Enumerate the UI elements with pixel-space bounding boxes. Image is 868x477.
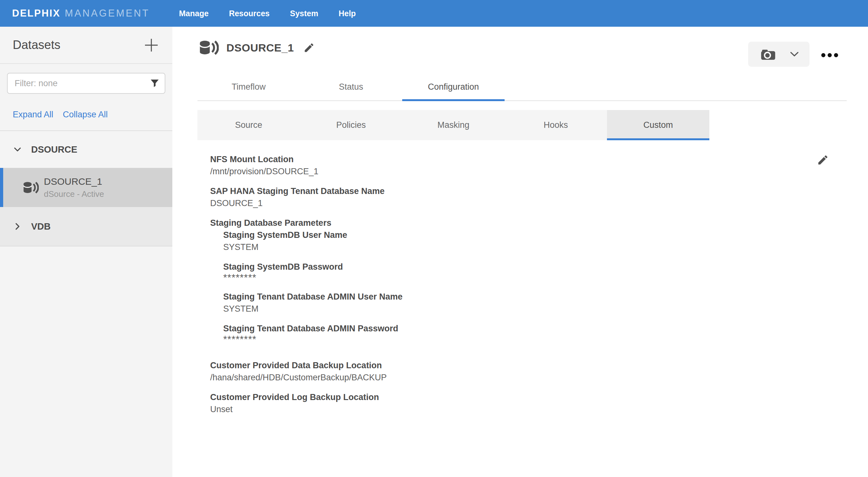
delphix-management-app: DELPHIX MANAGEMENT Manage Resources Syst…: [0, 0, 868, 477]
field-value: /hana/shared/HDB/CustomerBackup/BACKUP: [210, 371, 655, 384]
field-value: SYSTEM: [223, 303, 655, 315]
tree-group-vdb[interactable]: VDB: [0, 207, 172, 246]
dataset-header: DSOURCE_1: [199, 39, 315, 56]
page-title: DSOURCE_1: [226, 42, 294, 54]
field-label: SAP HANA Staging Tenant Database Name: [210, 185, 655, 197]
field-value: SYSTEM: [223, 241, 655, 253]
filter-funnel-icon[interactable]: [150, 79, 159, 87]
add-dataset-button[interactable]: [143, 37, 160, 53]
config-field-nfs-mount: NFS Mount Location /mnt/provision/DSOURC…: [210, 153, 655, 177]
tree-expand-controls: Expand All Collapse All: [13, 110, 172, 120]
subtab-source[interactable]: Source: [197, 110, 300, 140]
field-value-masked: ********: [223, 273, 655, 283]
pencil-icon: [303, 42, 315, 53]
ellipsis-icon: [821, 53, 826, 57]
config-field-systemdb-user: Staging SystemDB User Name SYSTEM: [223, 229, 655, 253]
field-label: Staging Tenant Database ADMIN Password: [223, 323, 655, 334]
field-label: Staging SystemDB Password: [223, 261, 655, 273]
config-field-data-backup-location: Customer Provided Data Backup Location /…: [210, 359, 655, 384]
sidebar-header: Datasets: [0, 27, 172, 64]
tab-status[interactable]: Status: [300, 74, 402, 100]
menu-resources[interactable]: Resources: [229, 9, 270, 18]
brand-secondary: MANAGEMENT: [65, 8, 150, 19]
subtab-hooks[interactable]: Hooks: [504, 110, 607, 140]
plus-icon: [143, 37, 160, 53]
dsource-icon: [199, 39, 219, 56]
field-value: DSOURCE_1: [210, 197, 655, 209]
field-value: Unset: [210, 403, 655, 415]
field-label: Customer Provided Log Backup Location: [210, 391, 655, 403]
snapshot-button[interactable]: [748, 42, 809, 67]
custom-configuration-panel: NFS Mount Location /mnt/provision/DSOURC…: [210, 153, 655, 423]
config-field-systemdb-password: Staging SystemDB Password ********: [223, 261, 655, 283]
field-label: NFS Mount Location: [210, 153, 655, 166]
delphix-logo: DELPHIX MANAGEMENT: [12, 8, 150, 19]
ellipsis-icon: [834, 53, 838, 57]
tree-group-dsource[interactable]: DSOURCE: [0, 130, 172, 168]
menu-help[interactable]: Help: [339, 9, 356, 18]
tree-group-label: VDB: [31, 221, 51, 232]
chevron-down-icon: [790, 52, 799, 57]
main-panel: DSOURCE_1 Timeflow Status: [172, 27, 868, 477]
subtab-masking[interactable]: Masking: [402, 110, 504, 140]
expand-all-link[interactable]: Expand All: [13, 110, 54, 120]
chevron-down-icon[interactable]: [13, 145, 22, 154]
field-label: Customer Provided Data Backup Location: [210, 359, 655, 371]
rename-dataset-button[interactable]: [303, 42, 315, 53]
top-menu: Manage Resources System Help: [179, 9, 356, 18]
group-label: Staging Database Parameters: [210, 217, 655, 229]
field-value-masked: ********: [223, 334, 655, 345]
subtab-policies[interactable]: Policies: [300, 110, 402, 140]
tree-item-dsource-1[interactable]: DSOURCE_1 dSource - Active: [0, 168, 172, 207]
staging-db-parameters-children: Staging SystemDB User Name SYSTEM Stagin…: [223, 229, 655, 345]
dsource-icon: [23, 181, 39, 194]
edit-custom-configuration-button[interactable]: [817, 154, 829, 166]
ellipsis-icon: [828, 53, 832, 57]
brand-primary: DELPHIX: [12, 8, 60, 19]
datasets-tree: DSOURCE DSOURCE_1 dSource - Active: [0, 130, 172, 246]
field-label: Staging Tenant Database ADMIN User Name: [223, 291, 655, 303]
field-value: /mnt/provision/DSOURCE_1: [210, 166, 655, 177]
menu-manage[interactable]: Manage: [179, 9, 209, 18]
datasets-sidebar: Datasets Expand All Collapse All: [0, 27, 172, 477]
config-field-tenant-admin-user: Staging Tenant Database ADMIN User Name …: [223, 291, 655, 315]
config-field-log-backup-location: Customer Provided Log Backup Location Un…: [210, 391, 655, 415]
tab-timeflow[interactable]: Timeflow: [197, 74, 300, 100]
field-label: Staging SystemDB User Name: [223, 229, 655, 241]
tree-group-label: DSOURCE: [31, 144, 77, 155]
tree-item-name: DSOURCE_1: [44, 176, 104, 187]
filter-input[interactable]: [7, 73, 165, 94]
top-navigation-bar: DELPHIX MANAGEMENT Manage Resources Syst…: [0, 0, 868, 27]
sidebar-title: Datasets: [13, 38, 60, 52]
config-group-staging-db-parameters: Staging Database Parameters: [210, 217, 655, 229]
dataset-tabs: Timeflow Status Configuration: [197, 74, 847, 101]
subtab-custom[interactable]: Custom: [607, 110, 709, 140]
camera-icon: [760, 48, 776, 61]
tree-item-status: dSource - Active: [44, 189, 104, 199]
collapse-all-link[interactable]: Collapse All: [63, 110, 108, 120]
menu-system[interactable]: System: [290, 9, 318, 18]
configuration-subtabs: Source Policies Masking Hooks Custom: [197, 110, 709, 140]
config-field-tenant-admin-password: Staging Tenant Database ADMIN Password *…: [223, 323, 655, 345]
pencil-icon: [817, 154, 829, 166]
filter-field-wrap: [7, 73, 165, 94]
tab-configuration[interactable]: Configuration: [402, 74, 504, 100]
tree-item-text: DSOURCE_1 dSource - Active: [44, 176, 104, 199]
chevron-right-icon[interactable]: [13, 222, 22, 231]
config-field-staging-tenant-db-name: SAP HANA Staging Tenant Database Name DS…: [210, 185, 655, 209]
more-actions-button[interactable]: [820, 51, 839, 59]
